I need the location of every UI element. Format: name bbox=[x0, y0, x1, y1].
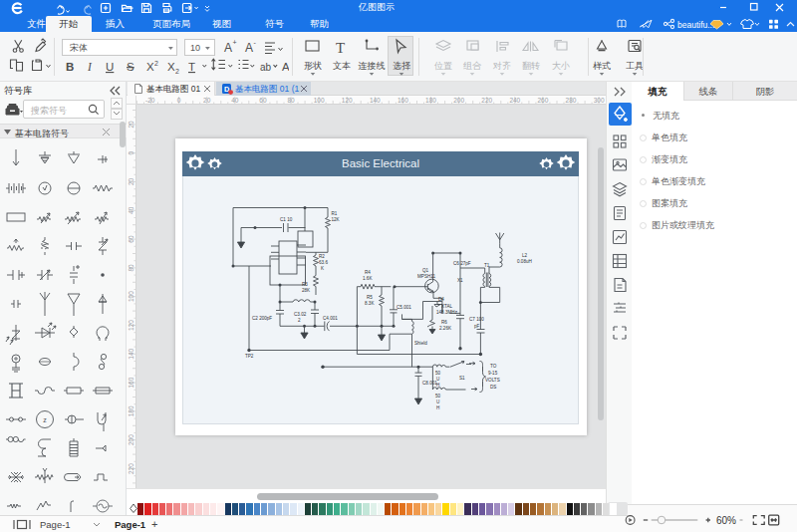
svg-text:80: 80 bbox=[128, 264, 134, 272]
svg-text:MPSH11: MPSH11 bbox=[417, 274, 435, 279]
svg-text:A: A bbox=[224, 41, 232, 55]
svg-text:A: A bbox=[282, 61, 289, 73]
svg-text:20: 20 bbox=[128, 177, 134, 185]
svg-text:8.3K: 8.3K bbox=[365, 301, 375, 306]
svg-text:D4: D4 bbox=[438, 297, 444, 302]
svg-text:200: 200 bbox=[128, 434, 134, 445]
svg-text:工具: 工具 bbox=[626, 61, 643, 71]
svg-text:12K: 12K bbox=[332, 217, 341, 222]
svg-text:I: I bbox=[87, 61, 93, 73]
svg-text:位置: 位置 bbox=[434, 61, 452, 71]
svg-text:0: 0 bbox=[128, 151, 134, 155]
svg-text:R1: R1 bbox=[332, 211, 338, 216]
svg-text:DS: DS bbox=[490, 385, 496, 390]
svg-text:C5.001: C5.001 bbox=[397, 305, 411, 310]
svg-text:X1: X1 bbox=[457, 278, 463, 283]
svg-text:160: 160 bbox=[398, 97, 408, 104]
svg-text:280: 280 bbox=[566, 97, 577, 104]
svg-text:T: T bbox=[336, 40, 345, 56]
svg-text:200: 200 bbox=[453, 97, 464, 104]
svg-text:对齐: 对齐 bbox=[492, 61, 511, 71]
svg-text:B: B bbox=[66, 61, 74, 73]
svg-text:2: 2 bbox=[154, 60, 158, 67]
svg-text:120: 120 bbox=[342, 97, 353, 104]
svg-text:9-15: 9-15 bbox=[488, 371, 498, 376]
svg-text:A: A bbox=[245, 41, 253, 55]
svg-text:-20: -20 bbox=[145, 97, 155, 104]
svg-text:1.6K: 1.6K bbox=[363, 276, 373, 281]
svg-text:H: H bbox=[436, 405, 439, 410]
svg-text:文本: 文本 bbox=[333, 61, 351, 71]
svg-text:R6: R6 bbox=[441, 320, 447, 325]
svg-text:50: 50 bbox=[435, 394, 441, 399]
svg-text:20: 20 bbox=[128, 121, 134, 129]
svg-text:X: X bbox=[146, 61, 154, 73]
svg-text:C7 100: C7 100 bbox=[469, 317, 484, 322]
svg-text:C6 27pF: C6 27pF bbox=[453, 261, 471, 266]
svg-text:100: 100 bbox=[314, 97, 325, 104]
svg-text:XTAL: XTAL bbox=[441, 304, 453, 309]
svg-text:U: U bbox=[436, 399, 439, 404]
svg-text:80: 80 bbox=[287, 97, 295, 104]
svg-text:300: 300 bbox=[594, 97, 605, 104]
svg-text:VOLTS: VOLTS bbox=[485, 378, 500, 383]
svg-text:K: K bbox=[321, 266, 325, 271]
svg-text:148.3MHz: 148.3MHz bbox=[436, 310, 458, 315]
svg-text:220: 220 bbox=[481, 97, 492, 104]
svg-text:260: 260 bbox=[538, 97, 549, 104]
svg-text:C8.001: C8.001 bbox=[422, 381, 437, 386]
svg-text:形状: 形状 bbox=[304, 61, 322, 71]
svg-text:X: X bbox=[167, 61, 175, 73]
svg-text:C3.02: C3.02 bbox=[294, 312, 307, 317]
svg-text:C1 10: C1 10 bbox=[280, 217, 293, 222]
svg-text:L2: L2 bbox=[522, 253, 528, 258]
svg-text:2.26K: 2.26K bbox=[439, 326, 452, 331]
svg-text:240: 240 bbox=[509, 97, 520, 104]
svg-text:宋体: 宋体 bbox=[69, 43, 88, 53]
svg-text:0.08uH: 0.08uH bbox=[517, 259, 532, 264]
svg-text:Q1: Q1 bbox=[422, 268, 429, 273]
svg-text:pF: pF bbox=[474, 324, 480, 329]
svg-text:TO: TO bbox=[490, 364, 497, 369]
svg-text:100: 100 bbox=[128, 291, 134, 302]
svg-text:ab: ab bbox=[260, 62, 272, 73]
svg-text:140: 140 bbox=[370, 97, 381, 104]
svg-text:翻转: 翻转 bbox=[522, 61, 540, 71]
svg-text:60%: 60% bbox=[716, 515, 736, 526]
svg-text:beautifu...: beautifu... bbox=[677, 20, 714, 30]
svg-text:2: 2 bbox=[175, 68, 179, 75]
svg-text:0: 0 bbox=[177, 97, 181, 104]
svg-text:40: 40 bbox=[128, 206, 134, 214]
svg-text:样式: 样式 bbox=[593, 61, 611, 71]
svg-text:Shield: Shield bbox=[414, 341, 427, 346]
svg-text:60: 60 bbox=[259, 97, 267, 104]
svg-text:R2: R2 bbox=[319, 254, 325, 259]
svg-text:R4: R4 bbox=[365, 270, 371, 275]
svg-text:2: 2 bbox=[298, 318, 301, 323]
svg-text:180: 180 bbox=[128, 405, 134, 416]
svg-text:连接线: 连接线 bbox=[359, 61, 386, 71]
svg-text:10: 10 bbox=[190, 43, 200, 53]
svg-text:S1: S1 bbox=[459, 376, 465, 381]
svg-text:C4.001: C4.001 bbox=[323, 316, 338, 321]
svg-text:z: z bbox=[43, 416, 47, 423]
svg-text:63.6: 63.6 bbox=[319, 260, 328, 265]
svg-text:120: 120 bbox=[128, 320, 134, 331]
svg-text:组合: 组合 bbox=[463, 61, 482, 71]
svg-text:+: + bbox=[233, 39, 237, 46]
svg-text:50: 50 bbox=[435, 371, 441, 376]
svg-text:TP2: TP2 bbox=[245, 354, 254, 359]
svg-text:R3: R3 bbox=[302, 282, 308, 287]
svg-text:40: 40 bbox=[231, 97, 239, 104]
svg-text:140: 140 bbox=[128, 348, 134, 359]
svg-text:60: 60 bbox=[128, 235, 134, 243]
svg-text:20: 20 bbox=[203, 97, 211, 104]
svg-text:180: 180 bbox=[425, 97, 436, 104]
svg-text:160: 160 bbox=[128, 377, 134, 388]
svg-text:T: T bbox=[188, 61, 195, 73]
svg-text:C2 200pF: C2 200pF bbox=[252, 316, 272, 321]
svg-text:-: - bbox=[254, 39, 257, 46]
svg-text:大小: 大小 bbox=[552, 61, 570, 71]
svg-text:T1: T1 bbox=[484, 263, 490, 268]
svg-text:S: S bbox=[127, 61, 134, 73]
